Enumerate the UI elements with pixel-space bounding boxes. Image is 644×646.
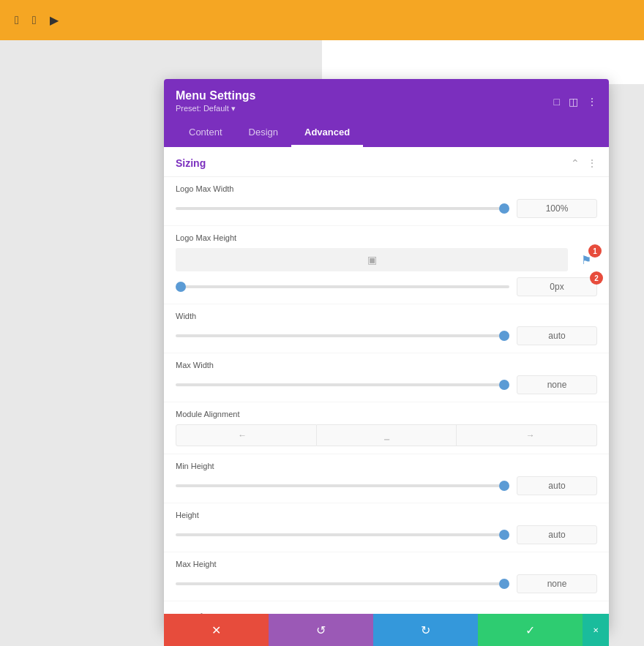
- module-alignment-label: Module Alignment: [176, 410, 597, 418]
- more-icon[interactable]: ⋮: [587, 96, 597, 108]
- modal-panel: Menu Settings Preset: Default ▾ □ ◫ ⋮ Co…: [164, 79, 609, 630]
- cancel-icon: ✕: [211, 623, 221, 637]
- logo-max-width-label: Logo Max Width: [176, 184, 597, 193]
- max-width-slider[interactable]: [176, 383, 509, 386]
- logo-max-height-input-wrapper: 2: [517, 277, 597, 296]
- module-alignment-control: ← ⎯ →: [176, 424, 597, 446]
- height-field: Height: [164, 503, 609, 552]
- modal-title-group: Menu Settings Preset: Default ▾: [176, 89, 255, 113]
- logo-max-height-slider-row: 2: [176, 277, 597, 296]
- instagram-icon: ▶: [50, 13, 59, 27]
- width-label: Width: [176, 312, 597, 320]
- max-width-control: [176, 375, 597, 394]
- copy-icon[interactable]: □: [554, 96, 560, 108]
- top-bar:   ▶: [0, 0, 644, 40]
- redo-icon: ↻: [421, 623, 430, 637]
- logo-max-height-slider-wrapper: [176, 279, 509, 294]
- sizing-section-header: Sizing ⌃ ⋮: [164, 147, 609, 177]
- max-height-slider[interactable]: [176, 582, 509, 585]
- modal-header-top: Menu Settings Preset: Default ▾ □ ◫ ⋮: [176, 89, 597, 113]
- page-content-area: [322, 40, 644, 84]
- min-height-slider[interactable]: [176, 484, 509, 487]
- max-width-field: Max Width: [164, 353, 609, 402]
- modal-preset[interactable]: Preset: Default ▾: [176, 104, 255, 113]
- redo-button[interactable]: ↻: [373, 614, 478, 646]
- align-left-btn[interactable]: ←: [176, 424, 317, 446]
- collapse-icon[interactable]: ⌃: [571, 157, 580, 169]
- logo-max-height-device-row: ▣ ⚑ 1: [176, 248, 597, 271]
- extra-button[interactable]: ✕: [583, 614, 609, 646]
- save-icon: ✓: [525, 623, 535, 637]
- height-input[interactable]: [517, 525, 597, 544]
- alignment-buttons: ← ⎯ →: [176, 424, 597, 446]
- align-center-btn[interactable]: ⎯: [317, 424, 457, 446]
- max-width-input[interactable]: [517, 375, 597, 394]
- monitor-icon: ▣: [367, 254, 377, 266]
- max-height-slider-wrapper: [176, 576, 509, 591]
- tab-advanced[interactable]: Advanced: [291, 119, 363, 147]
- logo-max-width-control: [176, 199, 597, 218]
- max-height-control: [176, 574, 597, 593]
- bottom-toolbar: ✕ ↺ ↻ ✓ ✕: [164, 614, 609, 646]
- logo-max-height-input[interactable]: [517, 277, 597, 296]
- facebook-icon: : [15, 14, 19, 27]
- min-height-control: [176, 476, 597, 495]
- tab-design[interactable]: Design: [236, 119, 291, 147]
- max-width-label: Max Width: [176, 361, 597, 369]
- max-height-input[interactable]: [517, 574, 597, 593]
- min-height-label: Min Height: [176, 462, 597, 470]
- modal-title: Menu Settings: [176, 89, 255, 102]
- pin-badge: 1: [588, 244, 602, 258]
- undo-button[interactable]: ↺: [269, 614, 373, 646]
- device-toggle[interactable]: ▣: [176, 248, 568, 271]
- cancel-button[interactable]: ✕: [164, 614, 269, 646]
- height-input-badge: 2: [590, 271, 603, 285]
- modal-header: Menu Settings Preset: Default ▾ □ ◫ ⋮ Co…: [164, 79, 609, 147]
- module-alignment-field: Module Alignment ← ⎯ →: [164, 402, 609, 454]
- modal-header-icons: □ ◫ ⋮: [554, 96, 597, 108]
- align-right-btn[interactable]: →: [457, 424, 597, 446]
- logo-max-height-label: Logo Max Height: [176, 233, 597, 242]
- more-dots-icon[interactable]: ⋮: [587, 157, 597, 169]
- width-slider-wrapper: [176, 328, 509, 343]
- height-slider[interactable]: [176, 533, 509, 536]
- columns-icon[interactable]: ◫: [569, 96, 578, 108]
- logo-max-height-slider[interactable]: [176, 285, 509, 288]
- max-height-label: Max Height: [176, 560, 597, 568]
- min-height-field: Min Height: [164, 454, 609, 503]
- width-input[interactable]: [517, 326, 597, 345]
- modal-body: Sizing ⌃ ⋮ Logo Max Width Logo Max Heigh…: [164, 147, 609, 630]
- tab-content[interactable]: Content: [176, 119, 236, 147]
- modal-tabs: Content Design Advanced: [176, 119, 597, 147]
- save-button[interactable]: ✓: [478, 614, 583, 646]
- section-header-icons: ⌃ ⋮: [571, 157, 597, 169]
- min-height-slider-wrapper: [176, 478, 509, 493]
- width-slider[interactable]: [176, 334, 509, 337]
- width-field: Width: [164, 304, 609, 353]
- max-width-slider-wrapper: [176, 378, 509, 392]
- logo-max-width-field: Logo Max Width: [164, 177, 609, 226]
- logo-max-width-slider[interactable]: [176, 207, 509, 210]
- height-control: [176, 525, 597, 544]
- pin-area: ⚑ 1: [575, 249, 597, 271]
- width-control: [176, 326, 597, 345]
- max-height-field: Max Height: [164, 552, 609, 601]
- extra-icon: ✕: [593, 626, 599, 634]
- height-slider-wrapper: [176, 527, 509, 542]
- logo-max-height-field: Logo Max Height ▣ ⚑ 1 2: [164, 226, 609, 304]
- twitter-icon: : [32, 14, 37, 27]
- undo-icon: ↺: [316, 623, 326, 637]
- logo-max-width-slider-wrapper: [176, 201, 509, 216]
- logo-max-width-input[interactable]: [517, 199, 597, 218]
- sizing-title: Sizing: [176, 157, 206, 169]
- min-height-input[interactable]: [517, 476, 597, 495]
- height-label: Height: [176, 511, 597, 519]
